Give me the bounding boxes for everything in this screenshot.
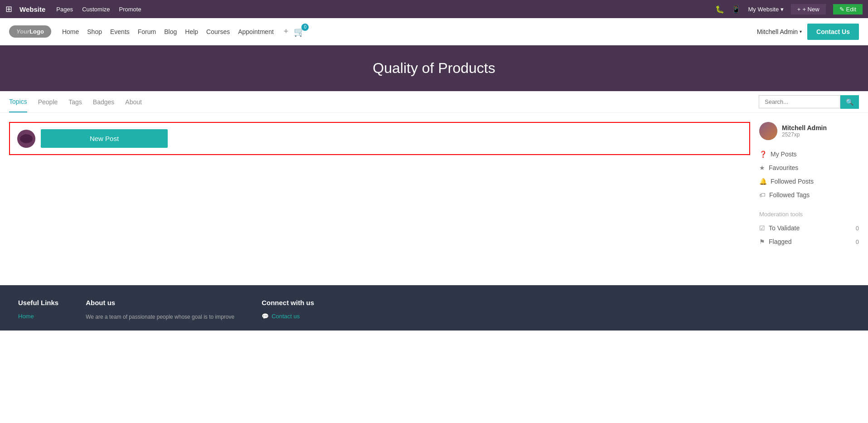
my-website-dropdown[interactable]: My Website ▾: [748, 6, 783, 13]
search-button[interactable]: 🔍: [840, 95, 859, 109]
nav-help[interactable]: Help: [185, 28, 198, 35]
site-name[interactable]: Website: [19, 5, 45, 13]
edit-label: Edit: [846, 6, 856, 13]
forum-tab-topics[interactable]: Topics: [9, 92, 27, 112]
admin-bar-right: 🐛 📱 My Website ▾ + + New ✎ Edit: [715, 4, 863, 15]
nav-shop[interactable]: Shop: [87, 28, 102, 35]
nav-links: Home Shop Events Forum Blog Help Courses…: [62, 27, 288, 36]
hero-title: Quality of Products: [9, 60, 859, 77]
sidebar-username: Mitchell Admin: [782, 124, 827, 131]
user-dropdown-caret: ▾: [800, 29, 802, 34]
website-nav: Your Logo Home Shop Events Forum Blog He…: [0, 18, 868, 45]
logo-your: Your: [16, 28, 29, 35]
moderation-title: Moderation tools: [759, 211, 859, 218]
nav-forum[interactable]: Forum: [138, 28, 156, 35]
admin-nav: Pages Customize Promote: [56, 6, 141, 13]
edit-pencil-icon: ✎: [839, 6, 844, 13]
sidebar-menu: ❓ My Posts ★ Favourites 🔔 Followed Posts…: [759, 147, 859, 202]
logo-text: Logo: [29, 28, 44, 35]
moderation-flagged[interactable]: ⚑ Flagged 0: [759, 235, 859, 248]
question-icon: ❓: [759, 151, 767, 158]
new-post-area: New Post: [9, 122, 750, 155]
admin-nav-customize[interactable]: Customize: [82, 6, 110, 13]
bug-icon[interactable]: 🐛: [715, 5, 724, 14]
validate-count: 0: [856, 225, 859, 232]
footer-about-title: About us: [86, 299, 234, 306]
nav-add-icon[interactable]: +: [284, 27, 289, 36]
footer-link-home[interactable]: Home: [18, 313, 58, 320]
new-label: + New: [802, 6, 819, 13]
nav-blog[interactable]: Blog: [164, 28, 177, 35]
forum-tab-people[interactable]: People: [38, 92, 58, 112]
sidebar-xp: 2527xp: [782, 131, 827, 138]
validate-icon: ☑: [759, 224, 765, 232]
search-input[interactable]: [759, 95, 840, 108]
nav-appointment[interactable]: Appointment: [238, 28, 274, 35]
sidebar-avatar-image: [759, 122, 777, 140]
forum-search-area: 🔍: [759, 95, 859, 109]
bell-icon: 🔔: [759, 178, 767, 185]
moderation-to-validate[interactable]: ☑ To Validate 0: [759, 221, 859, 235]
user-dropdown[interactable]: Mitchell Admin ▾: [757, 28, 802, 35]
mobile-icon[interactable]: 📱: [732, 5, 741, 14]
sidebar-user: Mitchell Admin 2527xp: [759, 122, 859, 140]
sidebar-item-favourites[interactable]: ★ Favourites: [759, 161, 859, 175]
nav-home[interactable]: Home: [62, 28, 79, 35]
forum-posts: New Post: [9, 122, 750, 276]
cart[interactable]: 🛒 0: [294, 26, 305, 37]
admin-nav-pages[interactable]: Pages: [56, 6, 73, 13]
sidebar-item-my-posts[interactable]: ❓ My Posts: [759, 147, 859, 161]
cart-badge: 0: [301, 24, 309, 31]
admin-bar: ⊞ Website Pages Customize Promote 🐛 📱 My…: [0, 0, 868, 18]
admin-nav-promote[interactable]: Promote: [119, 6, 141, 13]
nav-right: Mitchell Admin ▾ Contact Us: [757, 24, 859, 40]
logo[interactable]: Your Logo: [9, 25, 51, 38]
tag-icon: 🏷: [759, 191, 766, 199]
footer-connect: Connect with us 💬 Contact us: [262, 299, 314, 321]
sidebar: Mitchell Admin 2527xp ❓ My Posts ★ Favou…: [759, 122, 859, 276]
nav-events[interactable]: Events: [110, 28, 130, 35]
footer-about-us: About us We are a team of passionate peo…: [86, 299, 234, 321]
sidebar-item-followed-posts[interactable]: 🔔 Followed Posts: [759, 175, 859, 188]
footer-useful-links-title: Useful Links: [18, 299, 58, 306]
forum-tab-badges[interactable]: Badges: [93, 92, 114, 112]
chat-icon: 💬: [262, 313, 269, 320]
sidebar-user-info: Mitchell Admin 2527xp: [782, 124, 827, 138]
forum-tab-about[interactable]: About: [125, 92, 142, 112]
edit-button[interactable]: ✎ Edit: [833, 4, 863, 15]
my-website-caret: ▾: [781, 6, 784, 13]
sidebar-item-followed-tags[interactable]: 🏷 Followed Tags: [759, 188, 859, 202]
nav-courses[interactable]: Courses: [206, 28, 230, 35]
forum-tab-tags[interactable]: Tags: [68, 92, 82, 112]
footer-connect-title: Connect with us: [262, 299, 314, 306]
star-icon: ★: [759, 164, 765, 171]
sidebar-avatar: [759, 122, 777, 140]
footer-useful-links: Useful Links Home: [18, 299, 58, 321]
footer-contact-link[interactable]: 💬 Contact us: [262, 313, 314, 320]
hero-banner: Quality of Products: [0, 45, 868, 91]
new-plus-icon: +: [797, 6, 801, 13]
forum-nav: Topics People Tags Badges About 🔍: [0, 91, 868, 113]
footer-about-text: We are a team of passionate people whose…: [86, 313, 234, 321]
footer: Useful Links Home About us We are a team…: [0, 285, 868, 331]
new-button[interactable]: + + New: [791, 4, 826, 15]
current-user-avatar: [17, 130, 35, 148]
main-content: New Post Mitchell Admin 2527xp ❓ My Post…: [0, 113, 868, 285]
new-post-button[interactable]: New Post: [41, 129, 168, 148]
flagged-count: 0: [856, 238, 859, 245]
user-name: Mitchell Admin: [757, 28, 798, 35]
avatar-ellipse: [20, 134, 33, 143]
contact-us-button[interactable]: Contact Us: [807, 24, 859, 40]
flag-icon: ⚑: [759, 238, 765, 245]
grid-icon[interactable]: ⊞: [5, 4, 12, 14]
